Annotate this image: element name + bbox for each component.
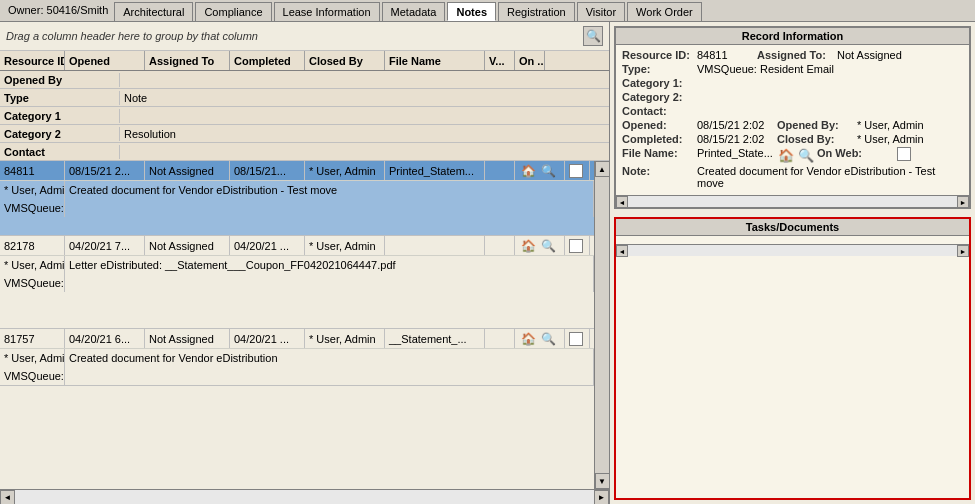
drag-hint: Drag a column header here to group by th… <box>6 30 258 42</box>
resource-id-label: Resource ID: <box>622 49 697 61</box>
scroll-up-arrow[interactable]: ▲ <box>595 161 610 177</box>
tab-compliance[interactable]: Compliance <box>195 2 271 21</box>
type-label: Type: <box>622 63 697 75</box>
opened-label: Opened: <box>622 119 697 131</box>
horizontal-scrollbar: ◄ ► <box>0 489 609 504</box>
record-row-81757[interactable]: 81757 04/20/21 6... Not Assigned 04/20/2… <box>0 329 594 386</box>
col-header-on[interactable]: On ... <box>515 51 545 70</box>
record-filename-1 <box>385 236 485 255</box>
toolbar-row: Drag a column header here to group by th… <box>0 22 609 51</box>
zoom-icon-2[interactable]: 🔍 <box>539 331 557 347</box>
record-filename-2: __Statement_... <box>385 329 485 348</box>
record-id-0: 84811 <box>0 161 65 180</box>
col-header-assigned[interactable]: Assigned To <box>145 51 230 70</box>
right-panel: Record Information Resource ID: 84811 As… <box>610 22 975 504</box>
scroll-h-track[interactable] <box>15 490 594 505</box>
opened-value: 08/15/21 2:02 <box>697 119 777 131</box>
record-subuser-2: * User, Admin <box>0 349 65 367</box>
group-label-contact: Contact <box>0 145 120 159</box>
col-header-filename[interactable]: File Name <box>385 51 485 70</box>
info-row-cat1: Category 1: <box>622 77 963 89</box>
col-header-opened[interactable]: Opened <box>65 51 145 70</box>
tab-lease-information[interactable]: Lease Information <box>274 2 380 21</box>
record-assigned-0: Not Assigned <box>145 161 230 180</box>
col-header-completed[interactable]: Completed <box>230 51 305 70</box>
col-header-closed[interactable]: Closed By <box>305 51 385 70</box>
tasks-scroll-left[interactable]: ◄ <box>616 245 628 257</box>
column-headers: Resource ID ▼ Opened Assigned To Complet… <box>0 51 609 71</box>
group-row-cat2: Category 2 Resolution <box>0 125 609 143</box>
filename-zoom-icon[interactable]: 🔍 <box>797 147 815 163</box>
completed-label: Completed: <box>622 133 697 145</box>
col-header-id[interactable]: Resource ID ▼ <box>0 51 65 70</box>
info-row-filename: File Name: Printed_State... 🏠 🔍 On Web: <box>622 147 963 163</box>
left-panel: Drag a column header here to group by th… <box>0 22 610 504</box>
info-scroll-right[interactable]: ► <box>957 196 969 208</box>
group-row-cat1: Category 1 <box>0 107 609 125</box>
cat1-label: Category 1: <box>622 77 697 89</box>
on-web-checkbox[interactable] <box>897 147 911 161</box>
record-row-82178[interactable]: 82178 04/20/21 7... Not Assigned 04/20/2… <box>0 236 594 329</box>
record-opened-0: 08/15/21 2... <box>65 161 145 180</box>
record-icons-1: 🏠 🔍 <box>515 236 565 255</box>
cat2-label: Category 2: <box>622 91 697 103</box>
record-id-1: 82178 <box>0 236 65 255</box>
scroll-right-arrow[interactable]: ► <box>594 490 609 505</box>
record-subuser-1: * User, Admin <box>0 256 65 274</box>
record-completed-1: 04/20/21 ... <box>230 236 305 255</box>
record-icons-2: 🏠 🔍 <box>515 329 565 348</box>
group-row-contact: Contact <box>0 143 609 161</box>
tasks-scrollbar: ◄ ► <box>616 244 969 256</box>
info-scroll-left[interactable]: ◄ <box>616 196 628 208</box>
zoom-icon-0[interactable]: 🔍 <box>539 163 557 179</box>
record-info-section: Record Information Resource ID: 84811 As… <box>614 26 971 209</box>
upload-icon-1[interactable]: 🏠 <box>519 238 537 254</box>
zoom-icon-1[interactable]: 🔍 <box>539 238 557 254</box>
record-assigned-2: Not Assigned <box>145 329 230 348</box>
record-closed-2: * User, Admin <box>305 329 385 348</box>
record-check-2[interactable] <box>565 329 590 348</box>
resource-id-value: 84811 <box>697 49 757 61</box>
record-note-0: Created document for Vendor eDistributio… <box>65 181 594 199</box>
tab-bar: Owner: 50416/Smith Architectural Complia… <box>0 0 975 22</box>
tab-architectural[interactable]: Architectural <box>114 2 193 21</box>
tab-notes[interactable]: Notes <box>447 2 496 21</box>
filename-upload-icon[interactable]: 🏠 <box>777 147 795 163</box>
record-completed-0: 08/15/21... <box>230 161 305 180</box>
owner-label: Owner: 50416/Smith <box>2 0 114 21</box>
scroll-down-arrow[interactable]: ▼ <box>595 473 610 489</box>
record-subuser-0: * User, Admin <box>0 181 65 199</box>
record-check-0[interactable] <box>565 161 590 180</box>
info-scrollbar: ◄ ► <box>616 195 969 207</box>
vertical-scrollbar[interactable]: ▲ ▼ <box>594 161 609 489</box>
tab-visitor[interactable]: Visitor <box>577 2 625 21</box>
cat1-value <box>697 77 963 89</box>
record-filename-0: Printed_Statem... <box>385 161 485 180</box>
record-note-1: Letter eDistributed: __Statement___Coupo… <box>65 256 594 274</box>
info-row-cat2: Category 2: <box>622 91 963 103</box>
closed-by-value: * User, Admin <box>857 133 924 145</box>
tasks-title: Tasks/Documents <box>616 219 969 236</box>
on-web-label: On Web: <box>817 147 897 163</box>
upload-icon-2[interactable]: 🏠 <box>519 331 537 347</box>
tab-registration[interactable]: Registration <box>498 2 575 21</box>
record-assigned-1: Not Assigned <box>145 236 230 255</box>
closed-by-label: Closed By: <box>777 133 857 145</box>
scroll-left-arrow[interactable]: ◄ <box>0 490 15 505</box>
opened-by-value: * User, Admin <box>857 119 924 131</box>
upload-icon-0[interactable]: 🏠 <box>519 163 537 179</box>
search-button[interactable]: 🔍 <box>583 26 603 46</box>
group-label-cat2: Category 2 <box>0 127 120 141</box>
col-header-v[interactable]: V... <box>485 51 515 70</box>
record-info-title: Record Information <box>616 28 969 45</box>
record-info-content: Resource ID: 84811 Assigned To: Not Assi… <box>616 45 969 195</box>
tasks-scroll-right[interactable]: ► <box>957 245 969 257</box>
tab-work-order[interactable]: Work Order <box>627 2 702 21</box>
record-row-84811[interactable]: 84811 08/15/21 2... Not Assigned 08/15/2… <box>0 161 594 236</box>
info-row-opened: Opened: 08/15/21 2:02 Opened By: * User,… <box>622 119 963 131</box>
record-opened-2: 04/20/21 6... <box>65 329 145 348</box>
record-id-2: 81757 <box>0 329 65 348</box>
record-check-1[interactable] <box>565 236 590 255</box>
tab-metadata[interactable]: Metadata <box>382 2 446 21</box>
record-completed-2: 04/20/21 ... <box>230 329 305 348</box>
